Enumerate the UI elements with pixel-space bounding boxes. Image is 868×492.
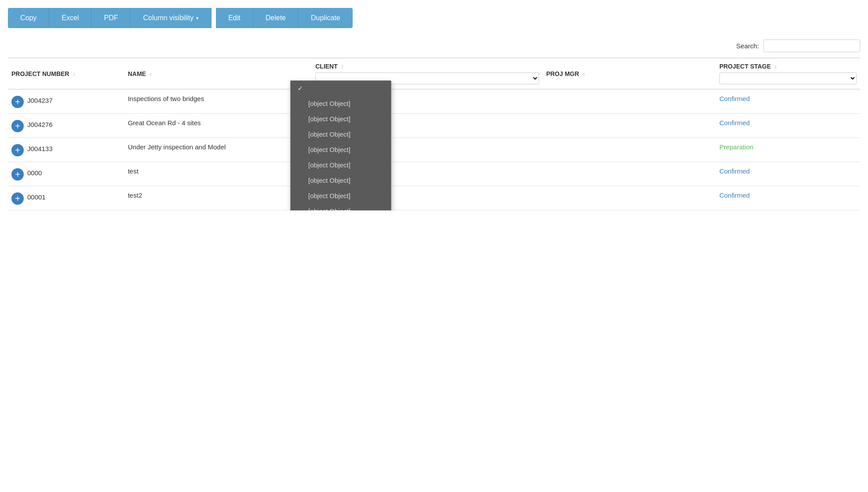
cell-project-stage: Confirmed: [716, 89, 860, 114]
copy-button[interactable]: Copy: [8, 8, 49, 28]
add-row-button[interactable]: +: [11, 192, 24, 205]
cell-project-number: +J004237: [8, 90, 124, 113]
dropdown-item-label: [object Object]: [308, 192, 350, 199]
dropdown-item[interactable]: ✓: [291, 81, 391, 96]
table-header-row: PROJECT NUMBER ↕ NAME ↕ CLIENT ↕: [8, 58, 860, 89]
cell-name: Great Ocean Rd - 4 sites: [124, 114, 312, 138]
project-number-text: J004237: [27, 96, 53, 104]
dropdown-item[interactable]: [object Object]: [291, 127, 391, 142]
excel-button[interactable]: Excel: [49, 8, 91, 28]
table-row: +00001test2AECOMConfirmed: [8, 186, 860, 210]
cell-project-number: +0000: [8, 162, 124, 186]
cell-proj-mgr: [543, 162, 716, 186]
dropdown-item[interactable]: [object Object]: [291, 142, 391, 157]
project-number-text: J004133: [27, 144, 53, 152]
dropdown-item[interactable]: [object Object]: [291, 173, 391, 188]
column-visibility-label: Column visibility: [143, 14, 193, 22]
cell-proj-mgr: [543, 89, 716, 114]
project-number-text: 00001: [27, 192, 46, 201]
proj-mgr-dropdown[interactable]: ✓[object Object][object Object][object O…: [290, 80, 391, 210]
dropdown-item-label: [object Object]: [308, 161, 350, 169]
sort-icon-name[interactable]: ↕: [150, 71, 152, 77]
col-header-name: NAME ↕: [124, 58, 312, 89]
table-wrap: PROJECT NUMBER ↕ NAME ↕ CLIENT ↕: [0, 58, 868, 210]
delete-button[interactable]: Delete: [253, 8, 299, 28]
cell-project-stage: Confirmed: [716, 114, 860, 138]
table-row: +J004276Great Ocean Rd - 4 sitesGeovertC…: [8, 114, 860, 138]
duplicate-button[interactable]: Duplicate: [299, 8, 353, 28]
col-header-project-number: PROJECT NUMBER ↕: [8, 58, 124, 89]
caret-down-icon: ▾: [196, 15, 199, 21]
cell-proj-mgr: [543, 138, 716, 162]
cell-proj-mgr: [543, 186, 716, 210]
cell-name: Under Jetty inspection and Model: [124, 138, 312, 162]
add-row-button[interactable]: +: [11, 168, 24, 181]
toolbar: Copy Excel PDF Column visibility ▾ Edit …: [0, 0, 868, 36]
cell-project-stage: Confirmed: [716, 186, 860, 210]
dropdown-item[interactable]: [object Object]: [291, 96, 391, 111]
dropdown-item-label: [object Object]: [308, 177, 350, 184]
check-icon: ✓: [298, 85, 305, 92]
add-row-button[interactable]: +: [11, 120, 24, 132]
cell-project-number: +J004276: [8, 114, 124, 137]
search-label: Search:: [736, 42, 759, 50]
projects-table: PROJECT NUMBER ↕ NAME ↕ CLIENT ↕: [8, 58, 860, 210]
search-row: Search:: [0, 36, 868, 58]
column-visibility-button[interactable]: Column visibility ▾: [131, 8, 212, 28]
dropdown-item[interactable]: [object Object]: [291, 203, 391, 210]
cell-project-number: +J004133: [8, 138, 124, 162]
table-row: +J004133Under Jetty inspection and Model…: [8, 138, 860, 162]
sort-icon-proj-mgr[interactable]: ↕: [583, 71, 585, 77]
sort-icon-project-number[interactable]: ↕: [73, 71, 75, 77]
cell-name: Inspections of two bridges: [124, 89, 312, 114]
edit-button[interactable]: Edit: [216, 8, 253, 28]
cell-project-stage: Preparation: [716, 138, 860, 162]
add-row-button[interactable]: +: [11, 144, 24, 156]
cell-name: test2: [124, 186, 312, 210]
add-row-button[interactable]: +: [11, 96, 24, 108]
sort-icon-project-stage[interactable]: ↕: [774, 64, 777, 70]
dropdown-item-label: [object Object]: [308, 146, 350, 153]
cell-project-stage: Confirmed: [716, 162, 860, 186]
dropdown-item-label: [object Object]: [308, 130, 350, 138]
search-input[interactable]: [763, 40, 860, 52]
dropdown-item-label: [object Object]: [308, 115, 350, 123]
table-row: +J004237Inspections of two bridgesVlineC…: [8, 89, 860, 114]
dropdown-item-label: [object Object]: [308, 100, 350, 107]
table-body: +J004237Inspections of two bridgesVlineC…: [8, 89, 860, 210]
col-header-proj-mgr: PROJ MGR ↕: [543, 58, 716, 89]
col-header-project-stage: PROJECT STAGE ↕: [716, 58, 860, 89]
dropdown-item[interactable]: [object Object]: [291, 157, 391, 173]
project-stage-filter-select[interactable]: [719, 72, 857, 84]
dropdown-item[interactable]: [object Object]: [291, 111, 391, 127]
project-number-text: J004276: [27, 120, 53, 128]
cell-proj-mgr: [543, 114, 716, 138]
toolbar-gap: [212, 8, 216, 28]
dropdown-item-label: [object Object]: [308, 207, 350, 210]
dropdown-item[interactable]: [object Object]: [291, 188, 391, 203]
sort-icon-client[interactable]: ↕: [341, 64, 344, 70]
project-number-text: 0000: [27, 168, 42, 177]
pdf-button[interactable]: PDF: [91, 8, 131, 28]
cell-project-number: +00001: [8, 186, 124, 210]
cell-name: test: [124, 162, 312, 186]
table-row: +0000testAECOMConfirmed: [8, 162, 860, 186]
